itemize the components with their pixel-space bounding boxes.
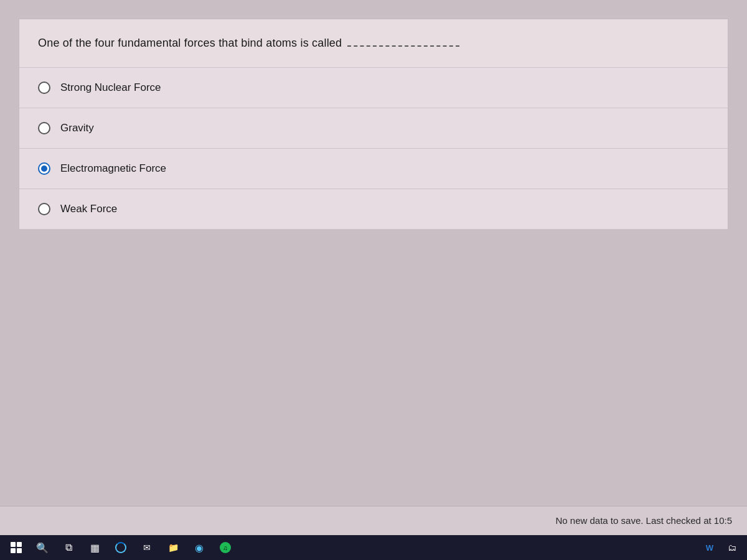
task-view-button[interactable]: ⧉ [57,536,80,559]
spotify-icon: ♫ [220,542,231,553]
search-button[interactable]: 🔍 [31,536,54,559]
chrome-icon: ◉ [195,542,204,554]
edge-icon [115,542,126,553]
question-text: One of the four fundamental forces that … [38,37,459,49]
taskbar: 🔍 ⧉ ▦ ✉ 📁 ◉ ♫ W 🗂 [0,535,747,560]
radio-strong-nuclear[interactable] [38,82,50,94]
option-label-3: Weak Force [60,203,117,215]
question-card: One of the four fundamental forces that … [19,19,728,230]
widgets-button[interactable]: ▦ [83,536,106,559]
spotify-button[interactable]: ♫ [214,536,237,559]
option-label-1: Gravity [60,122,94,134]
option-label-2: Electromagnetic Force [60,162,166,175]
search-icon: 🔍 [36,542,49,554]
taskbar-folder-icon[interactable]: 🗂 [722,538,742,558]
chrome-button[interactable]: ◉ [188,536,210,559]
file-explorer-icon: 📁 [168,543,179,553]
edge-button[interactable] [110,536,132,559]
taskbar-right: W 🗂 [700,538,742,558]
option-label-0: Strong Nuclear Force [60,82,161,94]
windows-logo-icon [11,542,22,553]
option-row-0[interactable]: Strong Nuclear Force [19,68,728,108]
folder-icon: 🗂 [728,543,736,553]
radio-electromagnetic[interactable] [38,162,50,175]
windows-start-button[interactable] [5,536,27,559]
main-content: One of the four fundamental forces that … [0,0,747,535]
mail-icon: ✉ [143,543,151,553]
word-letter: W [706,543,713,553]
option-row-1[interactable]: Gravity [19,108,728,149]
option-row-3[interactable]: Weak Force [19,189,728,230]
question-blank [347,45,459,47]
file-explorer-button[interactable]: 📁 [162,536,184,559]
radio-weak-force[interactable] [38,203,50,215]
status-text: No new data to save. Last checked at 10:… [555,515,732,526]
task-view-icon: ⧉ [65,542,72,553]
option-row-2[interactable]: Electromagnetic Force [19,149,728,189]
radio-inner-electromagnetic [41,166,47,172]
status-bar: No new data to save. Last checked at 10:… [0,506,747,535]
radio-gravity[interactable] [38,122,50,134]
mail-button[interactable]: ✉ [136,536,158,559]
question-text-content: One of the four fundamental forces that … [38,37,342,49]
widgets-icon: ▦ [90,542,100,554]
question-text-row: One of the four fundamental forces that … [19,19,728,68]
word-icon[interactable]: W [700,538,720,558]
